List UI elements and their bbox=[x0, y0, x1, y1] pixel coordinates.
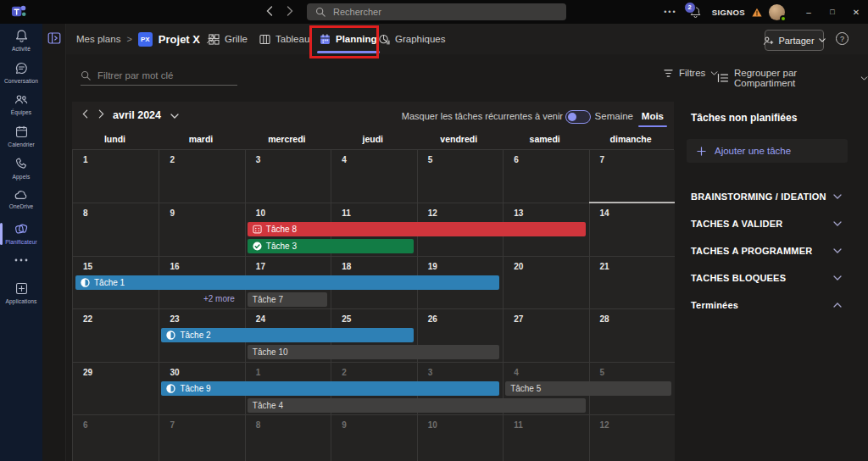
day-number: 10 bbox=[428, 420, 437, 430]
add-task-button[interactable]: Ajouter une tâche bbox=[687, 139, 848, 163]
bucket-section-header[interactable]: TACHES BLOQUEES bbox=[691, 266, 842, 290]
day-cell[interactable]: 9 bbox=[331, 414, 416, 461]
day-cell[interactable]: 11 bbox=[503, 414, 588, 461]
more-options-icon[interactable]: ••• bbox=[664, 8, 676, 16]
plancal-icon bbox=[320, 34, 331, 45]
avatar[interactable] bbox=[769, 4, 785, 20]
task-label: Tâche 9 bbox=[180, 384, 210, 393]
day-number: 11 bbox=[342, 208, 351, 218]
task-bar[interactable]: Tâche 8 bbox=[248, 222, 586, 236]
day-cell[interactable]: 4 bbox=[331, 150, 416, 203]
planning-calendar: avril 2024 Masquer les tâches récurrente… bbox=[72, 102, 674, 461]
back-icon[interactable] bbox=[266, 6, 273, 16]
day-number: 30 bbox=[170, 368, 179, 377]
chevron-down-icon[interactable] bbox=[833, 248, 842, 253]
sidebar-item-Calendrier[interactable]: Calendrier bbox=[0, 125, 42, 147]
day-cell[interactable]: 7 bbox=[589, 150, 675, 203]
group-list-icon bbox=[717, 73, 729, 83]
task-bar[interactable]: Tâche 7 bbox=[248, 292, 327, 307]
sidebar-item-OneDrive[interactable]: OneDrive bbox=[0, 188, 42, 209]
sidebar-item-Appels[interactable]: Appels bbox=[0, 157, 42, 180]
tab-tableau[interactable]: Tableau bbox=[259, 24, 309, 54]
day-cell[interactable]: 20 bbox=[503, 256, 588, 308]
week-view-button[interactable]: Semaine bbox=[595, 111, 633, 121]
chevron-down-icon[interactable] bbox=[833, 275, 842, 280]
next-month-icon[interactable] bbox=[98, 109, 104, 119]
sidebar-item-Activité[interactable]: Activité bbox=[0, 29, 42, 52]
day-number: 16 bbox=[170, 262, 179, 271]
day-cell[interactable]: 21 bbox=[589, 256, 675, 308]
task-bar[interactable]: Tâche 3 bbox=[248, 239, 414, 253]
forward-icon[interactable] bbox=[287, 6, 293, 16]
close-button[interactable]: ✕ bbox=[844, 0, 868, 24]
maximize-button[interactable]: □ bbox=[821, 0, 844, 24]
bucket-section-label: Terminées bbox=[691, 300, 738, 310]
bucket-section-header[interactable]: Terminées bbox=[691, 293, 842, 317]
filters-dropdown[interactable]: Filtres bbox=[663, 68, 718, 78]
group-by-dropdown[interactable]: Regrouper par Compartiment bbox=[717, 68, 868, 88]
day-cell[interactable]: 3 bbox=[245, 150, 331, 203]
month-label[interactable]: avril 2024 bbox=[113, 109, 161, 121]
task-bar[interactable]: Tâche 4 bbox=[248, 398, 586, 413]
chevron-down-icon[interactable] bbox=[833, 221, 842, 226]
day-cell[interactable]: 10 bbox=[417, 414, 503, 461]
warning-icon bbox=[752, 8, 762, 17]
minimize-button[interactable]: – bbox=[797, 0, 821, 24]
sidebar-item-more[interactable] bbox=[0, 258, 42, 262]
task-bar[interactable]: Tâche 1 bbox=[75, 275, 499, 290]
tab-graphiques[interactable]: Graphiques bbox=[379, 24, 445, 54]
notifications-icon[interactable]: 2 bbox=[689, 6, 702, 19]
task-bar[interactable]: Tâche 2 bbox=[161, 328, 413, 342]
day-cell[interactable]: 8 bbox=[73, 203, 159, 255]
bucket-section-header[interactable]: TACHES A VALIDER bbox=[691, 212, 842, 236]
sidebar-item-label: Calendrier bbox=[8, 142, 34, 147]
day-cell[interactable]: 6 bbox=[73, 414, 159, 461]
tab-planning[interactable]: Planning bbox=[320, 24, 377, 54]
day-cell[interactable]: 28 bbox=[589, 308, 675, 361]
day-cell[interactable]: 14 bbox=[589, 203, 675, 255]
active-view-underline bbox=[638, 125, 667, 127]
expand-sidebar-icon[interactable] bbox=[47, 31, 61, 45]
day-cell[interactable]: 7 bbox=[159, 414, 244, 461]
share-button[interactable]: Partager bbox=[765, 30, 824, 51]
day-cell[interactable]: 29 bbox=[73, 362, 159, 414]
task-bar[interactable]: Tâche 5 bbox=[505, 381, 671, 396]
breadcrumb-my-plans[interactable]: Mes plans bbox=[76, 34, 120, 44]
keyword-filter-input[interactable]: Filtrer par mot clé bbox=[81, 66, 237, 86]
day-number: 3 bbox=[256, 155, 261, 164]
day-cell[interactable]: 1 bbox=[73, 150, 159, 203]
day-cell[interactable]: 27 bbox=[503, 308, 588, 361]
sidebar-item-Équipes[interactable]: Équipes bbox=[0, 92, 42, 115]
tab-grille[interactable]: Grille bbox=[209, 24, 248, 54]
chevron-down-icon[interactable] bbox=[170, 114, 179, 119]
day-cell[interactable]: 9 bbox=[159, 203, 244, 255]
day-cell[interactable]: 2 bbox=[159, 150, 244, 203]
sidebar-item-Applications[interactable]: Applications bbox=[0, 281, 42, 304]
task-bar[interactable]: Tâche 9 bbox=[161, 381, 499, 396]
hide-recurring-toggle[interactable] bbox=[565, 110, 591, 124]
chevron-down-icon[interactable] bbox=[833, 194, 842, 199]
day-number: 29 bbox=[83, 368, 92, 377]
breadcrumb-separator: > bbox=[126, 34, 131, 44]
teams-logo-icon bbox=[11, 3, 27, 19]
day-cell[interactable]: 6 bbox=[503, 150, 588, 203]
previous-month-icon[interactable] bbox=[82, 109, 88, 119]
day-cell[interactable]: 8 bbox=[245, 414, 331, 461]
month-view-button[interactable]: Mois bbox=[642, 111, 664, 121]
day-cell[interactable]: 12 bbox=[589, 414, 675, 461]
day-cell[interactable]: 22 bbox=[73, 308, 159, 361]
sidebar-item-Planificateur[interactable]: Planificateur bbox=[0, 221, 42, 245]
panel-title: Tâches non planifiées bbox=[691, 112, 797, 124]
help-icon[interactable]: ? bbox=[836, 32, 849, 45]
day-cell[interactable]: 5 bbox=[417, 150, 503, 203]
more-tasks-link[interactable]: +2 more bbox=[159, 294, 234, 303]
day-number: 6 bbox=[83, 420, 88, 430]
hide-recurring-label: Masquer les tâches récurrentes à venir bbox=[402, 111, 563, 121]
filter-icon bbox=[663, 69, 674, 78]
bucket-section-header[interactable]: BRAINSTORMING / IDEATION bbox=[691, 185, 842, 208]
bucket-section-header[interactable]: TACHES A PROGRAMMER bbox=[691, 239, 842, 263]
sidebar-item-Conversation[interactable]: Conversation bbox=[0, 61, 42, 84]
chevron-up-icon[interactable] bbox=[833, 303, 842, 308]
search-input[interactable]: Rechercher bbox=[307, 3, 566, 20]
task-bar[interactable]: Tâche 10 bbox=[248, 345, 499, 359]
